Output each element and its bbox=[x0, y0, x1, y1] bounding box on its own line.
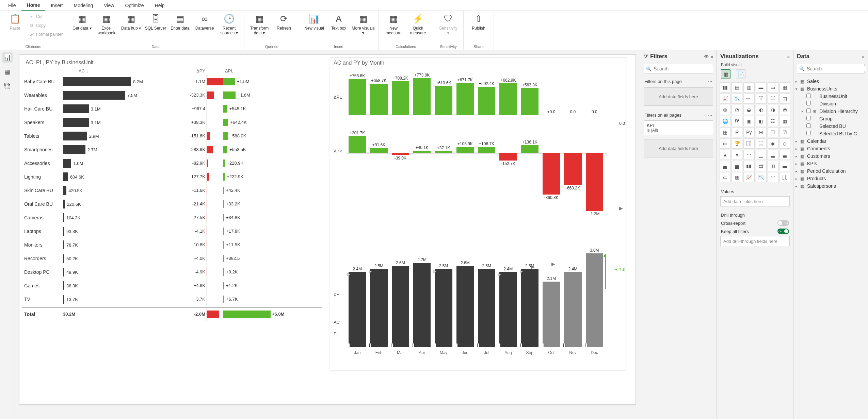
viz-type-button[interactable]: ▃ bbox=[779, 150, 790, 160]
viz-type-button[interactable]: ▬ bbox=[756, 82, 767, 93]
viz-type-button[interactable]: 📉 bbox=[732, 94, 742, 104]
field-checkbox[interactable] bbox=[806, 108, 811, 113]
viz-type-button[interactable]: 🌐 bbox=[720, 116, 730, 126]
viz-type-button[interactable]: ◆ bbox=[768, 138, 778, 149]
build-mode-button[interactable]: ▦ bbox=[721, 69, 730, 79]
viz-type-button[interactable]: 📉 bbox=[756, 172, 767, 182]
field-division-hierarchy[interactable]: ▸⊞Division Hierarchy bbox=[795, 107, 867, 115]
viz-type-button[interactable]: ⿲ bbox=[756, 94, 767, 104]
recent-sources-button[interactable]: 🕒Recent sources ▾ bbox=[217, 12, 241, 37]
play-button-2[interactable]: ▶ bbox=[531, 264, 535, 269]
cross-report-toggle[interactable] bbox=[777, 220, 789, 226]
play-button-3[interactable]: ▶ bbox=[551, 261, 555, 267]
filters-search-input[interactable] bbox=[654, 66, 713, 71]
table-row[interactable]: Baby Care BU8.2M-1.1M+1.5M bbox=[22, 75, 322, 88]
viz-type-button[interactable]: 📈 bbox=[743, 172, 754, 182]
table-calendar[interactable]: ▸▦Calendar bbox=[795, 137, 867, 145]
table-row[interactable]: Accessories1.0M-82.9K+228.9K bbox=[22, 156, 322, 170]
text-box-button[interactable]: AText box bbox=[326, 12, 351, 32]
data-search[interactable]: 🔍 bbox=[797, 64, 865, 73]
table-row[interactable]: Desktop PC49.9K-4.9K+8.2K bbox=[22, 265, 322, 279]
filter-kpi[interactable]: KPI is (All) bbox=[644, 120, 713, 135]
viz-type-button[interactable]: ▮▮ bbox=[720, 82, 730, 93]
table-kpis[interactable]: ▸▦KPIs bbox=[795, 160, 867, 167]
viz-type-button[interactable]: ▄ bbox=[720, 161, 730, 171]
table-row[interactable]: Games38.3K+4.6K+1.2K bbox=[22, 279, 322, 292]
new-visual-button[interactable]: 📊New visual bbox=[302, 12, 326, 32]
paste-button[interactable]: 📋 Paste bbox=[3, 12, 27, 32]
viz-type-button[interactable]: Py bbox=[743, 127, 754, 137]
tab-help[interactable]: Help bbox=[149, 1, 170, 10]
tab-view[interactable]: View bbox=[98, 1, 119, 10]
table-row[interactable]: Laptops93.3K-4.1K+17.8K bbox=[22, 224, 322, 238]
table-salespersons[interactable]: ▸▦Salespersons bbox=[795, 182, 867, 190]
table-comments[interactable]: ▸▦Comments bbox=[795, 145, 867, 152]
viz-type-button[interactable]: ⿲ bbox=[779, 172, 790, 182]
viz-type-button[interactable]: ◒ bbox=[743, 105, 754, 115]
more-visuals-button[interactable]: ▦More visuals ▾ bbox=[351, 12, 375, 37]
field-checkbox[interactable] bbox=[806, 94, 811, 98]
tab-home[interactable]: Home bbox=[21, 0, 46, 11]
filters-visibility-button[interactable]: 👁 bbox=[704, 54, 709, 59]
viz-type-button[interactable]: ☐ bbox=[768, 127, 778, 137]
table-row[interactable]: Monitors78.7K-10.8K+11.9K bbox=[22, 238, 322, 252]
sensitivity-button[interactable]: 🛡Sensitivity▾ bbox=[436, 12, 461, 37]
table-row[interactable]: Lighting604.6K-127.7K+222.9K bbox=[22, 170, 322, 184]
col-dpy-header[interactable]: ΔPY bbox=[162, 68, 220, 73]
filters-ellipsis[interactable]: ⋯ bbox=[708, 79, 712, 84]
enter-data-button[interactable]: ▤Enter data bbox=[168, 12, 192, 32]
format-mode-button[interactable]: 📄 bbox=[736, 69, 745, 79]
viz-type-button[interactable]: ▤ bbox=[732, 82, 742, 93]
table-row[interactable]: Smartphones2.7M-283.9K+553.5K bbox=[22, 143, 322, 156]
table-row[interactable]: Hair Care BU3.1M+967.4+545.1K bbox=[22, 102, 322, 116]
field-checkbox[interactable] bbox=[806, 123, 811, 128]
viz-type-button[interactable]: ⿲ bbox=[743, 138, 754, 149]
tab-modeling[interactable]: Modeling bbox=[68, 1, 98, 10]
viz-type-button[interactable]: ⿳ bbox=[756, 138, 767, 149]
viz-type-button[interactable]: ▦ bbox=[779, 82, 790, 93]
filters-this-page-well[interactable]: Add data fields here bbox=[644, 87, 713, 106]
viz-type-button[interactable]: ▦ bbox=[720, 127, 730, 137]
viz-type-button[interactable]: R bbox=[732, 127, 742, 137]
viz-type-button[interactable]: ◧ bbox=[756, 116, 767, 126]
transform-data-button[interactable]: ▦Transform data ▾ bbox=[247, 12, 272, 37]
viz-type-button[interactable]: ▅ bbox=[732, 161, 742, 171]
dataverse-button[interactable]: ∞Dataverse bbox=[192, 12, 217, 32]
viz-type-button[interactable]: ◐ bbox=[756, 105, 767, 115]
viz-type-button[interactable]: ☷ bbox=[768, 116, 778, 126]
viz-type-button[interactable]: 〰 bbox=[743, 94, 754, 104]
viz-type-button[interactable]: ▂ bbox=[768, 150, 778, 160]
filters-collapse-button[interactable]: » bbox=[711, 54, 713, 59]
col-dpl-header[interactable]: ΔPL bbox=[220, 68, 309, 73]
viz-type-button[interactable]: ▮▮ bbox=[743, 161, 754, 171]
month-visual[interactable]: AC and PY by Month ΔPL +756.6K+658.7K+70… bbox=[330, 57, 626, 370]
business-unit-visual[interactable]: AC, PL, PY by BusinessUnit AC ↓ ΔPY ΔPL … bbox=[22, 57, 322, 370]
report-view-button[interactable]: 📊 bbox=[2, 52, 13, 63]
data-search-input[interactable] bbox=[807, 66, 866, 71]
table-products[interactable]: ▸▦Products bbox=[795, 175, 867, 182]
viz-type-button[interactable]: 🏆 bbox=[732, 138, 742, 149]
viz-type-button[interactable]: 📈 bbox=[720, 94, 730, 104]
format-painter-button[interactable]: 🖌Format painter bbox=[27, 30, 64, 39]
field-checkbox[interactable] bbox=[806, 101, 811, 105]
viz-type-button[interactable]: ▼ bbox=[732, 150, 742, 160]
viz-type-button[interactable]: ▭ bbox=[720, 138, 730, 149]
viz-type-button[interactable]: ◫ bbox=[779, 94, 790, 104]
filters-search[interactable]: 🔍 bbox=[644, 64, 713, 73]
viz-type-button[interactable]: ▭ bbox=[768, 82, 778, 93]
col-ac-header[interactable]: AC ↓ bbox=[77, 68, 162, 73]
table-row[interactable]: Tablets2.9M-151.6K+588.0K bbox=[22, 129, 322, 143]
field-selected-bu-by-c-[interactable]: Selected BU by C… bbox=[795, 130, 867, 137]
table-sales[interactable]: ▸▦Sales bbox=[795, 78, 867, 85]
table-customers[interactable]: ▸▦Customers bbox=[795, 152, 867, 160]
viz-type-button[interactable]: ▬ bbox=[779, 161, 790, 171]
model-view-button[interactable]: ⿻ bbox=[2, 81, 13, 91]
tab-file[interactable]: File bbox=[3, 1, 21, 10]
tab-optimize[interactable]: Optimize bbox=[119, 1, 149, 10]
quick-measure-button[interactable]: ⚡Quick measure bbox=[406, 12, 430, 37]
excel-workbook-button[interactable]: ▦Excel workbook bbox=[94, 12, 119, 37]
viz-type-button[interactable]: ⋯ bbox=[743, 150, 754, 160]
field-selected-bu[interactable]: Selected BU bbox=[795, 122, 867, 130]
viz-type-button[interactable]: ▤ bbox=[756, 161, 767, 171]
viz-type-button[interactable]: ▥ bbox=[768, 161, 778, 171]
